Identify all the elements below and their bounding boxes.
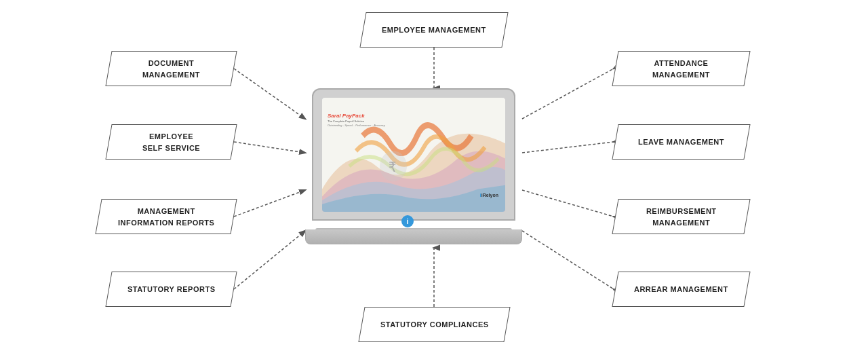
box-statutory-reports: STATUTORY REPORTS (105, 272, 237, 307)
screen-tagline-text: The Complete Payroll Solution (328, 119, 385, 123)
svg-line-6 (522, 142, 614, 153)
laptop-screen-outer: ₹ Saral PayPack The Complete Payroll Sol… (312, 88, 515, 221)
laptop-base (305, 229, 522, 244)
screen-relyon-text: iiRelyon (479, 192, 498, 198)
box-statutory-compliances-label: STATUTORY COMPLIANCES (380, 319, 489, 331)
screen-logo-area: Saral PayPack The Complete Payroll Solut… (328, 113, 385, 127)
info-icon: i (401, 215, 414, 227)
svg-line-3 (234, 190, 305, 217)
box-employee-management-label: EMPLOYEE MANAGEMENT (382, 24, 486, 36)
box-employee-management: EMPLOYEE MANAGEMENT (359, 12, 508, 48)
diagram-container: EMPLOYEE MANAGEMENT DOCUMENTMANAGEMENT E… (0, 0, 868, 353)
svg-line-5 (522, 69, 614, 119)
screen-subtitle-text: Outstanding - Speed... Performance... Ac… (328, 124, 385, 127)
svg-line-7 (522, 190, 614, 217)
box-statutory-compliances: STATUTORY COMPLIANCES (358, 307, 510, 342)
screen-content: ₹ Saral PayPack The Complete Payroll Sol… (322, 98, 505, 212)
svg-line-4 (234, 231, 305, 289)
box-leave-management: LEAVE MANAGEMENT (612, 124, 750, 160)
box-arrear-management: ARREAR MANAGEMENT (612, 272, 750, 307)
screen-logo-text: Saral PayPack (328, 113, 385, 119)
box-statutory-reports-label: STATUTORY REPORTS (127, 284, 216, 295)
svg-line-8 (522, 231, 614, 289)
laptop-illustration: ₹ Saral PayPack The Complete Payroll Sol… (305, 88, 522, 244)
box-management-information-reports-label: MANAGEMENTINFORMATION REPORTS (118, 206, 215, 228)
box-reimbursement-management: REIMBURSEMENTMANAGEMENT (612, 199, 750, 234)
box-management-information-reports: MANAGEMENTINFORMATION REPORTS (95, 199, 237, 234)
svg-line-2 (234, 142, 305, 153)
box-reimbursement-management-label: REIMBURSEMENTMANAGEMENT (646, 206, 717, 228)
box-attendance-management: ATTENDANCEMANAGEMENT (612, 51, 750, 86)
laptop-screen: ₹ Saral PayPack The Complete Payroll Sol… (322, 98, 505, 212)
box-attendance-management-label: ATTENDANCEMANAGEMENT (652, 58, 710, 80)
box-document-management-label: DOCUMENTMANAGEMENT (142, 58, 200, 80)
box-leave-management-label: LEAVE MANAGEMENT (638, 136, 724, 148)
box-employee-self-service-label: EMPLOYEESELF SERVICE (142, 131, 200, 153)
svg-text:₹: ₹ (389, 159, 396, 174)
box-employee-self-service: EMPLOYEESELF SERVICE (105, 124, 237, 160)
box-arrear-management-label: ARREAR MANAGEMENT (634, 284, 728, 295)
box-document-management: DOCUMENTMANAGEMENT (105, 51, 237, 86)
svg-line-1 (234, 69, 305, 119)
